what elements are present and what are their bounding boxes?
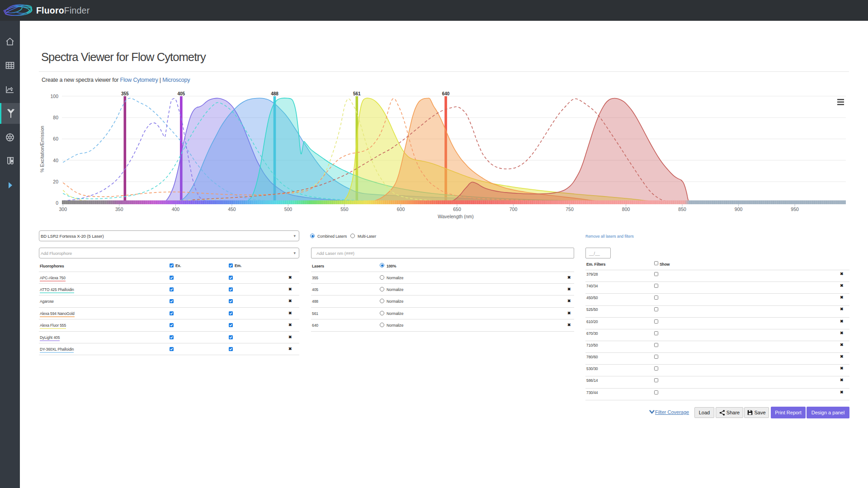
svg-text:40: 40 bbox=[53, 158, 58, 163]
svg-text:900: 900 bbox=[735, 206, 743, 212]
svg-text:550: 550 bbox=[340, 206, 349, 212]
svg-text:500: 500 bbox=[284, 206, 292, 212]
svg-text:405: 405 bbox=[177, 91, 185, 96]
svg-text:488: 488 bbox=[271, 91, 278, 96]
svg-text:700: 700 bbox=[509, 206, 518, 212]
svg-text:450: 450 bbox=[228, 206, 236, 212]
svg-text:650: 650 bbox=[453, 206, 461, 212]
svg-text:561: 561 bbox=[353, 91, 361, 96]
svg-text:640: 640 bbox=[442, 91, 450, 96]
svg-text:800: 800 bbox=[622, 206, 630, 212]
svg-text:0: 0 bbox=[56, 200, 58, 206]
svg-text:355: 355 bbox=[121, 91, 129, 96]
svg-text:80: 80 bbox=[53, 115, 58, 120]
svg-text:400: 400 bbox=[172, 206, 180, 212]
svg-text:% Excitation/Emission: % Excitation/Emission bbox=[39, 126, 45, 172]
svg-text:100: 100 bbox=[50, 94, 58, 99]
svg-text:850: 850 bbox=[678, 206, 686, 212]
svg-text:300: 300 bbox=[59, 206, 67, 212]
svg-text:60: 60 bbox=[53, 136, 58, 141]
svg-text:350: 350 bbox=[115, 206, 123, 212]
svg-text:600: 600 bbox=[397, 206, 405, 212]
svg-text:950: 950 bbox=[791, 206, 799, 212]
svg-text:750: 750 bbox=[566, 206, 574, 212]
svg-text:20: 20 bbox=[53, 179, 58, 184]
svg-text:Wavelength (nm): Wavelength (nm) bbox=[438, 214, 474, 219]
